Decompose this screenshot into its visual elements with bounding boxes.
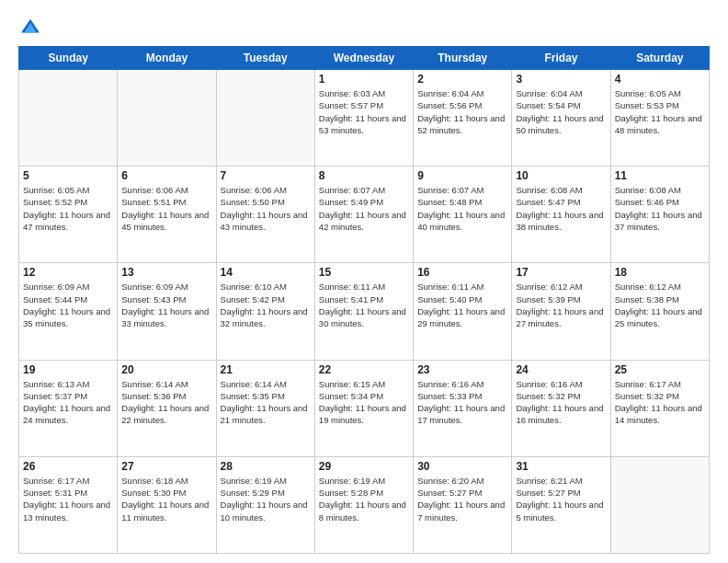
day-number: 30 [417,460,507,473]
page: SundayMondayTuesdayWednesdayThursdayFrid… [0,0,728,563]
day-number: 12 [23,266,113,279]
day-number: 27 [121,460,211,473]
day-number: 2 [417,73,507,86]
calendar-cell [118,70,216,167]
day-info: Sunrise: 6:11 AMSunset: 5:40 PMDaylight:… [417,281,507,329]
day-of-week-header: Sunday [19,47,118,70]
day-info: Sunrise: 6:21 AMSunset: 5:27 PMDaylight:… [516,475,606,523]
calendar-cell: 13Sunrise: 6:09 AMSunset: 5:43 PMDayligh… [118,263,216,360]
day-number: 28 [221,460,311,473]
day-info: Sunrise: 6:19 AMSunset: 5:29 PMDaylight:… [221,475,311,523]
day-info: Sunrise: 6:04 AMSunset: 5:56 PMDaylight:… [417,87,507,136]
calendar-cell: 25Sunrise: 6:17 AMSunset: 5:32 PMDayligh… [610,360,709,456]
day-number: 23 [417,363,507,376]
day-info: Sunrise: 6:06 AMSunset: 5:51 PMDaylight:… [121,184,211,233]
calendar-cell: 10Sunrise: 6:08 AMSunset: 5:47 PMDayligh… [512,167,610,263]
day-info: Sunrise: 6:14 AMSunset: 5:35 PMDaylight:… [221,378,311,427]
day-number: 15 [319,266,409,279]
calendar-cell: 6Sunrise: 6:06 AMSunset: 5:51 PMDaylight… [118,167,216,263]
day-of-week-header: Wednesday [314,47,413,70]
day-info: Sunrise: 6:07 AMSunset: 5:49 PMDaylight:… [319,184,409,233]
day-info: Sunrise: 6:16 AMSunset: 5:32 PMDaylight:… [516,378,606,427]
calendar-header-row: SundayMondayTuesdayWednesdayThursdayFrid… [19,47,710,70]
day-number: 13 [121,266,211,279]
day-number: 14 [221,266,311,279]
day-info: Sunrise: 6:08 AMSunset: 5:47 PMDaylight:… [516,184,606,233]
calendar-cell: 9Sunrise: 6:07 AMSunset: 5:48 PMDaylight… [414,167,512,263]
calendar-cell: 28Sunrise: 6:19 AMSunset: 5:29 PMDayligh… [216,456,314,553]
day-number: 18 [615,266,705,279]
calendar-cell: 22Sunrise: 6:15 AMSunset: 5:34 PMDayligh… [314,360,413,456]
calendar-week-row: 19Sunrise: 6:13 AMSunset: 5:37 PMDayligh… [19,360,710,456]
day-info: Sunrise: 6:11 AMSunset: 5:41 PMDaylight:… [319,281,409,329]
day-number: 29 [319,460,409,473]
logo-icon [20,17,40,37]
day-number: 20 [121,363,211,376]
day-number: 21 [221,363,311,376]
day-info: Sunrise: 6:04 AMSunset: 5:54 PMDaylight:… [516,87,606,136]
calendar-table: SundayMondayTuesdayWednesdayThursdayFrid… [18,46,710,554]
day-info: Sunrise: 6:15 AMSunset: 5:34 PMDaylight:… [319,378,409,427]
calendar-cell: 17Sunrise: 6:12 AMSunset: 5:39 PMDayligh… [512,263,610,360]
calendar-cell [216,70,314,167]
calendar-cell: 7Sunrise: 6:06 AMSunset: 5:50 PMDaylight… [216,167,314,263]
calendar-cell: 3Sunrise: 6:04 AMSunset: 5:54 PMDaylight… [512,70,610,167]
calendar-cell: 11Sunrise: 6:08 AMSunset: 5:46 PMDayligh… [610,167,709,263]
calendar-cell: 18Sunrise: 6:12 AMSunset: 5:38 PMDayligh… [610,263,709,360]
calendar-week-row: 12Sunrise: 6:09 AMSunset: 5:44 PMDayligh… [19,263,710,360]
calendar-cell [19,70,118,167]
day-info: Sunrise: 6:12 AMSunset: 5:38 PMDaylight:… [615,281,705,329]
day-info: Sunrise: 6:10 AMSunset: 5:42 PMDaylight:… [221,281,311,329]
day-of-week-header: Friday [512,47,610,70]
day-number: 8 [319,169,409,182]
day-info: Sunrise: 6:16 AMSunset: 5:33 PMDaylight:… [417,378,507,427]
calendar-cell: 8Sunrise: 6:07 AMSunset: 5:49 PMDaylight… [314,167,413,263]
day-number: 26 [23,460,113,473]
logo [18,17,40,37]
day-of-week-header: Monday [118,47,216,70]
day-number: 9 [417,169,507,182]
calendar-cell [610,456,709,553]
calendar-cell: 12Sunrise: 6:09 AMSunset: 5:44 PMDayligh… [19,263,118,360]
day-number: 10 [516,169,606,182]
calendar-cell: 19Sunrise: 6:13 AMSunset: 5:37 PMDayligh… [19,360,118,456]
day-info: Sunrise: 6:07 AMSunset: 5:48 PMDaylight:… [417,184,507,233]
calendar-cell: 4Sunrise: 6:05 AMSunset: 5:53 PMDaylight… [610,70,709,167]
day-info: Sunrise: 6:20 AMSunset: 5:27 PMDaylight:… [417,475,507,523]
day-info: Sunrise: 6:17 AMSunset: 5:31 PMDaylight:… [23,475,113,523]
calendar-cell: 26Sunrise: 6:17 AMSunset: 5:31 PMDayligh… [19,456,118,553]
day-number: 17 [516,266,606,279]
calendar-cell: 24Sunrise: 6:16 AMSunset: 5:32 PMDayligh… [512,360,610,456]
day-number: 22 [319,363,409,376]
logo-text [18,17,40,37]
day-info: Sunrise: 6:17 AMSunset: 5:32 PMDaylight:… [615,378,705,427]
day-info: Sunrise: 6:12 AMSunset: 5:39 PMDaylight:… [516,281,606,329]
calendar-cell: 16Sunrise: 6:11 AMSunset: 5:40 PMDayligh… [414,263,512,360]
calendar-cell: 31Sunrise: 6:21 AMSunset: 5:27 PMDayligh… [512,456,610,553]
calendar-cell: 20Sunrise: 6:14 AMSunset: 5:36 PMDayligh… [118,360,216,456]
day-info: Sunrise: 6:18 AMSunset: 5:30 PMDaylight:… [121,475,211,523]
calendar-cell: 30Sunrise: 6:20 AMSunset: 5:27 PMDayligh… [414,456,512,553]
day-number: 4 [615,73,705,86]
day-of-week-header: Tuesday [216,47,314,70]
calendar-cell: 29Sunrise: 6:19 AMSunset: 5:28 PMDayligh… [314,456,413,553]
day-info: Sunrise: 6:13 AMSunset: 5:37 PMDaylight:… [23,378,113,427]
day-number: 31 [516,460,606,473]
calendar-week-row: 26Sunrise: 6:17 AMSunset: 5:31 PMDayligh… [19,456,710,553]
calendar-week-row: 1Sunrise: 6:03 AMSunset: 5:57 PMDaylight… [19,70,710,167]
day-info: Sunrise: 6:19 AMSunset: 5:28 PMDaylight:… [319,475,409,523]
calendar-cell: 1Sunrise: 6:03 AMSunset: 5:57 PMDaylight… [314,70,413,167]
calendar-cell: 2Sunrise: 6:04 AMSunset: 5:56 PMDaylight… [414,70,512,167]
day-number: 1 [319,73,409,86]
calendar-cell: 14Sunrise: 6:10 AMSunset: 5:42 PMDayligh… [216,263,314,360]
day-number: 7 [221,169,311,182]
calendar-week-row: 5Sunrise: 6:05 AMSunset: 5:52 PMDaylight… [19,167,710,263]
day-info: Sunrise: 6:03 AMSunset: 5:57 PMDaylight:… [319,87,409,136]
day-number: 5 [23,169,113,182]
day-info: Sunrise: 6:06 AMSunset: 5:50 PMDaylight:… [221,184,311,233]
calendar-cell: 27Sunrise: 6:18 AMSunset: 5:30 PMDayligh… [118,456,216,553]
day-number: 25 [615,363,705,376]
calendar-cell: 15Sunrise: 6:11 AMSunset: 5:41 PMDayligh… [314,263,413,360]
day-info: Sunrise: 6:05 AMSunset: 5:53 PMDaylight:… [615,87,705,136]
calendar-cell: 5Sunrise: 6:05 AMSunset: 5:52 PMDaylight… [19,167,118,263]
